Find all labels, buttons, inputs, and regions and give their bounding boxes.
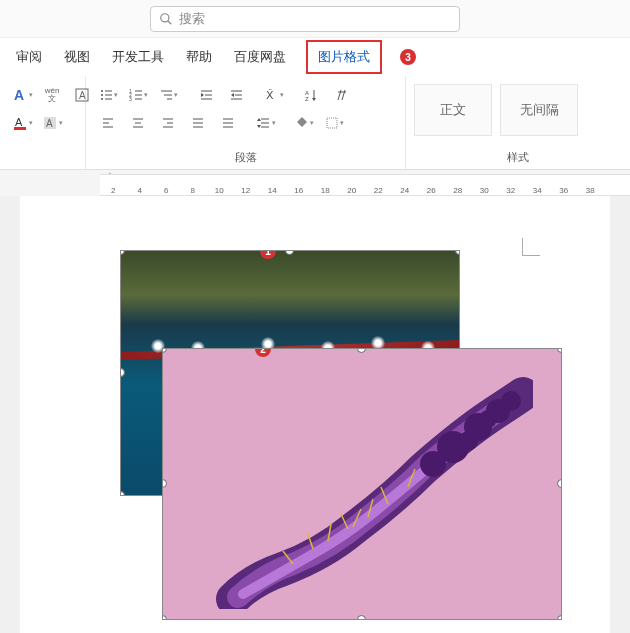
svg-text:A: A	[79, 90, 86, 101]
search-box[interactable]: 搜索	[150, 6, 460, 32]
svg-text:3: 3	[129, 96, 132, 102]
image-2-content	[193, 369, 533, 609]
selection-handle[interactable]	[557, 479, 562, 488]
svg-line-1	[168, 20, 172, 24]
svg-point-0	[161, 13, 169, 21]
search-placeholder: 搜索	[179, 10, 205, 28]
sort-button[interactable]: AZ	[298, 82, 326, 108]
text-effects-button[interactable]: A	[8, 82, 36, 108]
page-corner-marker	[522, 238, 540, 256]
horizontal-ruler[interactable]: 2468101214161820222426283032343638	[100, 174, 630, 196]
ribbon: A wén文 A A A 123	[0, 76, 630, 170]
tab-baidu[interactable]: 百度网盘	[232, 44, 288, 70]
indent-increase-button[interactable]	[222, 82, 250, 108]
image-2[interactable]: 2	[162, 348, 562, 620]
tab-developer[interactable]: 开发工具	[110, 44, 166, 70]
group-styles-label: 样式	[414, 148, 622, 167]
selection-handle[interactable]	[162, 348, 167, 353]
selection-handle[interactable]	[162, 479, 167, 488]
callout-2: 2	[255, 348, 271, 357]
document-canvas: 1	[0, 196, 630, 633]
selection-handle[interactable]	[120, 250, 125, 255]
align-right-button[interactable]	[154, 110, 182, 136]
callout-1: 1	[260, 250, 276, 259]
svg-point-9	[101, 90, 103, 92]
svg-text:A: A	[15, 116, 23, 128]
ruler-area: ◇ 2468101214161820222426283032343638	[0, 170, 630, 196]
svg-text:X̂: X̂	[266, 89, 274, 101]
selection-handle[interactable]	[357, 615, 366, 620]
borders-button[interactable]	[320, 110, 348, 136]
align-center-button[interactable]	[124, 110, 152, 136]
svg-rect-6	[14, 127, 26, 130]
selection-handle[interactable]	[285, 250, 294, 255]
ribbon-tabs: 审阅 视图 开发工具 帮助 百度网盘 图片格式 3	[0, 38, 630, 76]
group-font-label	[8, 163, 77, 167]
callout-3: 3	[400, 49, 416, 65]
search-icon	[159, 12, 173, 26]
svg-point-71	[458, 431, 478, 451]
group-font: A wén文 A A A	[0, 76, 86, 169]
tab-picture-format[interactable]: 图片格式	[306, 40, 382, 74]
selection-handle[interactable]	[120, 368, 125, 377]
numbering-button[interactable]: 123	[124, 82, 152, 108]
multilevel-button[interactable]	[154, 82, 182, 108]
svg-text:A: A	[14, 87, 24, 103]
group-styles: 正文 无间隔 样式	[406, 76, 630, 169]
align-distribute-button[interactable]	[214, 110, 242, 136]
svg-text:Z: Z	[305, 96, 309, 102]
tab-view[interactable]: 视图	[62, 44, 92, 70]
selection-handle[interactable]	[120, 491, 125, 496]
svg-text:A: A	[46, 118, 53, 129]
selection-handle[interactable]	[557, 348, 562, 353]
shading-button[interactable]	[290, 110, 318, 136]
asian-layout-button[interactable]: X̂	[260, 82, 288, 108]
show-marks-button[interactable]	[328, 82, 356, 108]
page[interactable]: 1	[20, 196, 610, 633]
svg-rect-57	[327, 118, 337, 128]
svg-point-70	[501, 391, 521, 411]
svg-marker-36	[312, 98, 316, 101]
bullets-button[interactable]	[94, 82, 122, 108]
group-paragraph-label: 段落	[94, 148, 397, 167]
align-left-button[interactable]	[94, 110, 122, 136]
group-paragraph: 123 X̂ AZ	[86, 76, 406, 169]
indent-decrease-button[interactable]	[192, 82, 220, 108]
highlight-button[interactable]: A	[38, 110, 66, 136]
tab-review[interactable]: 审阅	[14, 44, 44, 70]
tab-help[interactable]: 帮助	[184, 44, 214, 70]
svg-marker-25	[201, 93, 204, 97]
selection-handle[interactable]	[557, 615, 562, 620]
style-normal[interactable]: 正文	[414, 84, 492, 136]
style-nospacing[interactable]: 无间隔	[500, 84, 578, 136]
selection-handle[interactable]	[357, 348, 366, 353]
align-justify-button[interactable]	[184, 110, 212, 136]
svg-marker-56	[257, 125, 261, 128]
svg-point-69	[420, 451, 446, 477]
selection-handle[interactable]	[162, 615, 167, 620]
phonetic-button[interactable]: wén文	[38, 82, 66, 108]
font-color-button[interactable]: A	[8, 110, 36, 136]
svg-point-13	[101, 98, 103, 100]
svg-marker-55	[257, 118, 261, 121]
svg-marker-29	[231, 93, 234, 97]
svg-point-72	[479, 410, 497, 428]
title-bar: 搜索	[0, 0, 630, 38]
selection-handle[interactable]	[455, 250, 460, 255]
svg-point-11	[101, 94, 103, 96]
line-spacing-button[interactable]	[252, 110, 280, 136]
